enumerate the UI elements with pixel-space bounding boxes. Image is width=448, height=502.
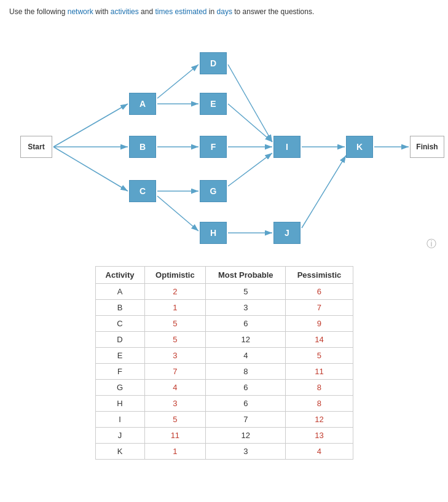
cell-optimistic: 5 bbox=[144, 332, 206, 348]
cell-activity: K bbox=[95, 444, 144, 460]
table-row: A256 bbox=[95, 284, 353, 300]
node-J: J bbox=[273, 222, 301, 244]
table-row: J111213 bbox=[95, 428, 353, 444]
cell-activity: I bbox=[95, 412, 144, 428]
instruction-text: Use the following network with activitie… bbox=[9, 6, 439, 17]
cell-pessimistic: 12 bbox=[286, 412, 353, 428]
cell-optimistic: 1 bbox=[144, 444, 206, 460]
cell-pessimistic: 14 bbox=[286, 332, 353, 348]
header-pessimistic: Pessimistic bbox=[286, 267, 353, 284]
cell-mostprobable: 5 bbox=[206, 284, 286, 300]
table-row: I5712 bbox=[95, 412, 353, 428]
cell-mostprobable: 7 bbox=[206, 412, 286, 428]
cell-pessimistic: 7 bbox=[286, 300, 353, 316]
cell-optimistic: 3 bbox=[144, 348, 206, 364]
table-row: G468 bbox=[95, 380, 353, 396]
cell-optimistic: 4 bbox=[144, 380, 206, 396]
cell-mostprobable: 6 bbox=[206, 380, 286, 396]
table-row: F7811 bbox=[95, 364, 353, 380]
cell-mostprobable: 3 bbox=[206, 300, 286, 316]
cell-pessimistic: 13 bbox=[286, 428, 353, 444]
cell-activity: E bbox=[95, 348, 144, 364]
header-optimistic: Optimistic bbox=[144, 267, 206, 284]
info-icon: ⓘ bbox=[426, 238, 436, 251]
node-K: K bbox=[346, 136, 373, 158]
cell-pessimistic: 6 bbox=[286, 284, 353, 300]
cell-mostprobable: 6 bbox=[206, 396, 286, 412]
network-diagram: Start A B C D E F G H I J K Finish bbox=[9, 26, 439, 254]
svg-line-1 bbox=[53, 104, 128, 147]
node-F: F bbox=[200, 136, 227, 158]
node-B: B bbox=[129, 136, 156, 158]
node-A: A bbox=[129, 93, 156, 115]
cell-mostprobable: 4 bbox=[206, 348, 286, 364]
cell-activity: G bbox=[95, 380, 144, 396]
activity-table: Activity Optimistic Most Probable Pessim… bbox=[95, 266, 353, 460]
svg-line-3 bbox=[53, 147, 128, 191]
cell-activity: A bbox=[95, 284, 144, 300]
table-row: D51214 bbox=[95, 332, 353, 348]
svg-line-4 bbox=[157, 65, 198, 98]
table-row: B137 bbox=[95, 300, 353, 316]
cell-mostprobable: 8 bbox=[206, 364, 286, 380]
svg-line-8 bbox=[157, 196, 198, 231]
table-row: E345 bbox=[95, 348, 353, 364]
data-table-container: Activity Optimistic Most Probable Pessim… bbox=[95, 266, 353, 460]
cell-optimistic: 11 bbox=[144, 428, 206, 444]
cell-pessimistic: 11 bbox=[286, 364, 353, 380]
cell-activity: F bbox=[95, 364, 144, 380]
cell-activity: D bbox=[95, 332, 144, 348]
cell-activity: B bbox=[95, 300, 144, 316]
cell-activity: J bbox=[95, 428, 144, 444]
svg-line-10 bbox=[228, 104, 272, 142]
table-row: K134 bbox=[95, 444, 353, 460]
node-E: E bbox=[200, 93, 227, 115]
header-activity: Activity bbox=[95, 267, 144, 284]
node-G: G bbox=[200, 180, 227, 202]
table-row: H368 bbox=[95, 396, 353, 412]
header-mostprobable: Most Probable bbox=[206, 267, 286, 284]
cell-optimistic: 7 bbox=[144, 364, 206, 380]
cell-mostprobable: 6 bbox=[206, 316, 286, 332]
node-H: H bbox=[200, 222, 227, 244]
cell-activity: H bbox=[95, 396, 144, 412]
node-C: C bbox=[129, 180, 156, 202]
cell-pessimistic: 8 bbox=[286, 380, 353, 396]
cell-optimistic: 2 bbox=[144, 284, 206, 300]
cell-pessimistic: 4 bbox=[286, 444, 353, 460]
svg-line-15 bbox=[302, 155, 346, 228]
cell-optimistic: 3 bbox=[144, 396, 206, 412]
node-start: Start bbox=[20, 136, 52, 158]
node-finish: Finish bbox=[410, 136, 444, 158]
cell-pessimistic: 5 bbox=[286, 348, 353, 364]
cell-pessimistic: 8 bbox=[286, 396, 353, 412]
svg-line-12 bbox=[228, 153, 272, 186]
cell-optimistic: 5 bbox=[144, 316, 206, 332]
node-D: D bbox=[200, 52, 227, 74]
cell-mostprobable: 12 bbox=[206, 332, 286, 348]
cell-mostprobable: 3 bbox=[206, 444, 286, 460]
cell-pessimistic: 9 bbox=[286, 316, 353, 332]
svg-line-9 bbox=[228, 65, 272, 142]
cell-optimistic: 1 bbox=[144, 300, 206, 316]
node-I: I bbox=[273, 136, 301, 158]
cell-activity: C bbox=[95, 316, 144, 332]
cell-mostprobable: 12 bbox=[206, 428, 286, 444]
table-row: C569 bbox=[95, 316, 353, 332]
cell-optimistic: 5 bbox=[144, 412, 206, 428]
